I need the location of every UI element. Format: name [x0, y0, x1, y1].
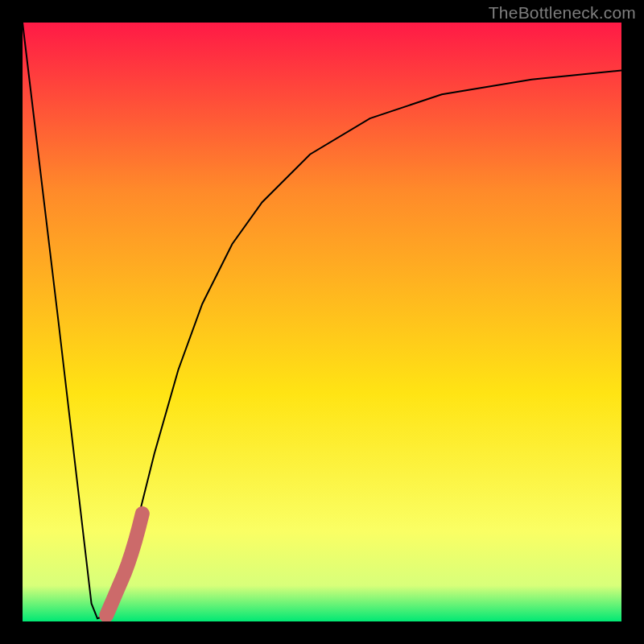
gradient-area [23, 23, 621, 621]
chart-frame: TheBottleneck.com [0, 0, 644, 644]
watermark-label: TheBottleneck.com [489, 3, 636, 23]
chart-canvas [23, 23, 621, 621]
